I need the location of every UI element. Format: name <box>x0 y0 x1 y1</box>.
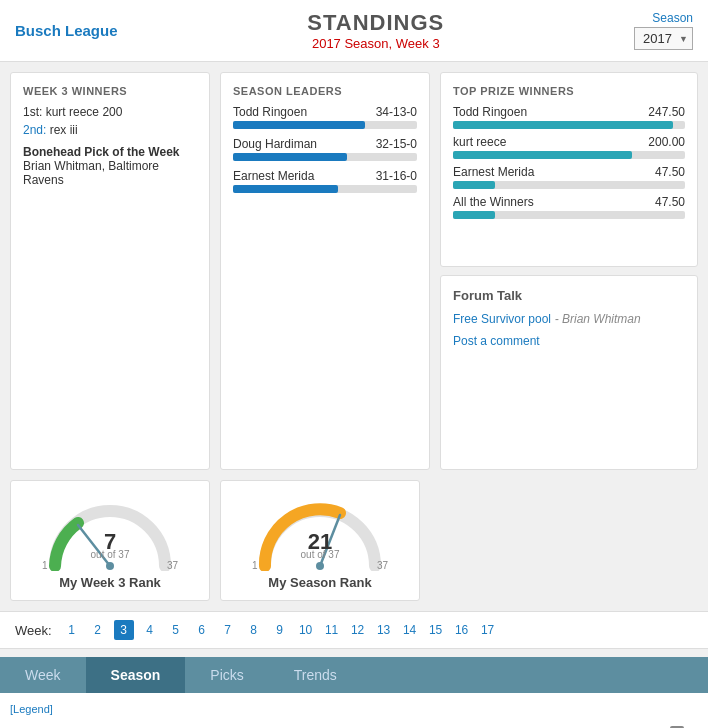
week-gauge-label: My Week 3 Rank <box>21 575 199 590</box>
prize-row-2: kurt reece200.00 <box>453 135 685 159</box>
bonehead-names: Brian Whitman, Baltimore Ravens <box>23 159 197 187</box>
top-prizes-title: TOP PRIZE WINNERS <box>453 85 685 97</box>
week-btn-1[interactable]: 1 <box>62 620 82 640</box>
standings-table: Player W L T PCT STRK LONG TB SoV Points… <box>10 721 698 728</box>
first-place-name: kurt reece <box>46 105 99 119</box>
col-bye: Bye ? <box>633 721 698 728</box>
week-gauge-low: 1 <box>42 560 48 571</box>
week-btn-2[interactable]: 2 <box>88 620 108 640</box>
season-dropdown[interactable]: 2017 2016 2015 <box>634 27 693 50</box>
col-strk: STRK <box>309 721 363 728</box>
season-gauge-label: My Season Rank <box>231 575 409 590</box>
week-btn-5[interactable]: 5 <box>166 620 186 640</box>
forum-link-row: Free Survivor pool - Brian Whitman <box>453 311 685 326</box>
bonehead-section: Bonehead Pick of the Week Brian Whitman,… <box>23 145 197 187</box>
second-place-label: 2nd: <box>23 123 46 137</box>
season-rank-gauge: 1 37 21 out of 37 My Season Rank <box>220 480 420 601</box>
week-btn-7[interactable]: 7 <box>218 620 238 640</box>
prize-row-1: Todd Ringoen247.50 <box>453 105 685 129</box>
second-place-name: rex iii <box>50 123 78 137</box>
tab-picks[interactable]: Picks <box>185 657 268 693</box>
col-points: Points <box>500 721 560 728</box>
leader-row-1: Todd Ringoen 34-13-0 <box>233 105 417 129</box>
page-subtitle: 2017 Season, Week 3 <box>307 36 444 51</box>
week-btn-3[interactable]: 3 <box>114 620 134 640</box>
week-btn-4[interactable]: 4 <box>140 620 160 640</box>
season-select[interactable]: 2017 2016 2015 <box>634 27 693 50</box>
tab-week[interactable]: Week <box>0 657 86 693</box>
league-name: Busch League <box>15 22 118 39</box>
leader-row-3: Earnest Merida 31-16-0 <box>233 169 417 193</box>
cards-row: WEEK 3 WINNERS 1st: kurt reece 200 2nd: … <box>0 62 708 480</box>
week-btn-13[interactable]: 13 <box>374 620 394 640</box>
svg-point-3 <box>316 562 324 570</box>
legend-link[interactable]: [Legend] <box>10 703 53 715</box>
week-btn-17[interactable]: 17 <box>478 620 498 640</box>
week-btn-12[interactable]: 12 <box>348 620 368 640</box>
second-place-row: 2nd: rex iii <box>23 123 197 137</box>
week-rank-gauge: 1 37 7 out of 37 My Week 3 Rank <box>10 480 210 601</box>
week-btn-10[interactable]: 10 <box>296 620 316 640</box>
leader-row-2: Doug Hardiman 32-15-0 <box>233 137 417 161</box>
tab-trends[interactable]: Trends <box>269 657 362 693</box>
prize-row-4: All the Winners47.50 <box>453 195 685 219</box>
col-long: LONG <box>364 721 425 728</box>
forum-author: - Brian Whitman <box>555 312 641 326</box>
season-gauge-outof: out of 37 <box>301 549 340 560</box>
season-leaders-card: SEASON LEADERS Todd Ringoen 34-13-0 Doug… <box>220 72 430 470</box>
season-selector: Season 2017 2016 2015 <box>634 11 693 50</box>
first-place-label: 1st: <box>23 105 42 119</box>
first-place-score: 200 <box>102 105 122 119</box>
col-player: Player <box>10 721 182 728</box>
forum-link[interactable]: Free Survivor pool <box>453 312 551 326</box>
week-btn-8[interactable]: 8 <box>244 620 264 640</box>
gauges-row: 1 37 7 out of 37 My Week 3 Rank 1 37 21 … <box>0 480 708 611</box>
page-title: STANDINGS <box>307 10 444 36</box>
tab-bar: Week Season Picks Trends <box>0 657 708 693</box>
season-gauge-low: 1 <box>252 560 258 571</box>
week-btn-14[interactable]: 14 <box>400 620 420 640</box>
week-btn-6[interactable]: 6 <box>192 620 212 640</box>
bonehead-label: Bonehead Pick of the Week <box>23 145 197 159</box>
leader-1-name: Todd Ringoen 34-13-0 <box>233 105 417 119</box>
forum-card: Forum Talk Free Survivor pool - Brian Wh… <box>440 275 698 470</box>
week-gauge-outof: out of 37 <box>91 549 130 560</box>
page-title-block: STANDINGS 2017 Season, Week 3 <box>307 10 444 51</box>
week-gauge-high: 37 <box>167 560 178 571</box>
week-nav-label: Week: <box>15 623 52 638</box>
col-prizes: Prizes <box>559 721 633 728</box>
week-gauge-container: 1 37 7 out of 37 <box>40 491 180 571</box>
week-btn-16[interactable]: 16 <box>452 620 472 640</box>
week-btn-9[interactable]: 9 <box>270 620 290 640</box>
season-leaders-title: SEASON LEADERS <box>233 85 417 97</box>
week-btn-15[interactable]: 15 <box>426 620 446 640</box>
leader-3-name: Earnest Merida 31-16-0 <box>233 169 417 183</box>
leader-2-name: Doug Hardiman 32-15-0 <box>233 137 417 151</box>
forum-comment-link[interactable]: Post a comment <box>453 334 685 348</box>
svg-point-1 <box>106 562 114 570</box>
standings-table-section: [Legend] Player W L T PCT STRK LONG TB S… <box>0 693 708 728</box>
col-t: T <box>243 721 264 728</box>
first-place-row: 1st: kurt reece 200 <box>23 105 197 119</box>
tab-season[interactable]: Season <box>86 657 186 693</box>
forum-title: Forum Talk <box>453 288 685 303</box>
week-winners-title: WEEK 3 WINNERS <box>23 85 197 97</box>
season-label: Season <box>634 11 693 25</box>
col-tb: TB <box>425 721 458 728</box>
top-prizes-card: TOP PRIZE WINNERS Todd Ringoen247.50 kur… <box>440 72 698 267</box>
col-w: W <box>182 721 213 728</box>
week-winners-card: WEEK 3 WINNERS 1st: kurt reece 200 2nd: … <box>10 72 210 470</box>
season-gauge-high: 37 <box>377 560 388 571</box>
season-gauge-container: 1 37 21 out of 37 <box>250 491 390 571</box>
col-sov: SoV <box>458 721 500 728</box>
week-btn-11[interactable]: 11 <box>322 620 342 640</box>
header: Busch League STANDINGS 2017 Season, Week… <box>0 0 708 62</box>
col-l: L <box>213 721 244 728</box>
col-pct: PCT <box>264 721 309 728</box>
week-navigation: Week: 1 2 3 4 5 6 7 8 9 10 11 12 13 14 1… <box>0 611 708 649</box>
table-header-row: Player W L T PCT STRK LONG TB SoV Points… <box>10 721 698 728</box>
prize-row-3: Earnest Merida47.50 <box>453 165 685 189</box>
